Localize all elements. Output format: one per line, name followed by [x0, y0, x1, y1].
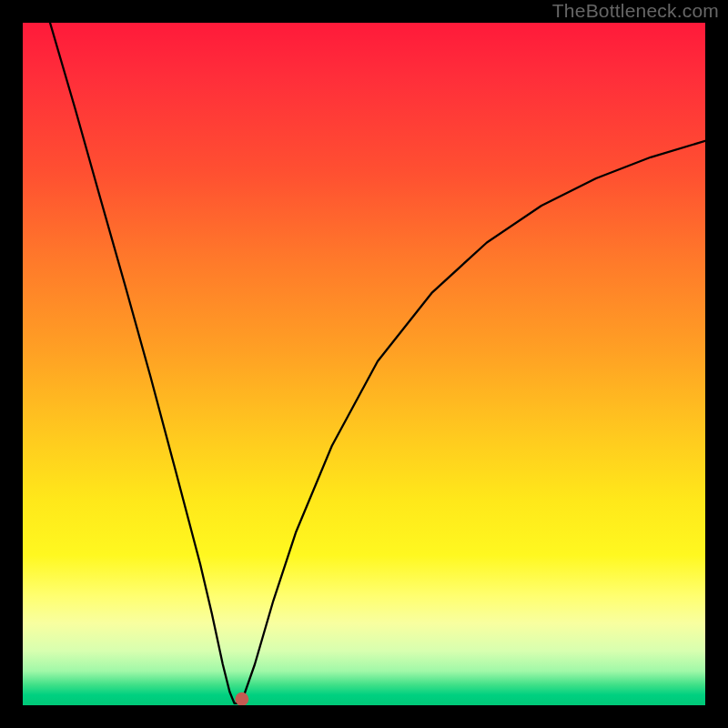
bottleneck-curve-path	[50, 23, 705, 703]
minimum-marker	[235, 693, 248, 705]
chart-frame: TheBottleneck.com	[0, 0, 728, 728]
curve-layer	[23, 23, 705, 705]
watermark-text: TheBottleneck.com	[552, 0, 719, 22]
plot-area	[23, 23, 705, 705]
